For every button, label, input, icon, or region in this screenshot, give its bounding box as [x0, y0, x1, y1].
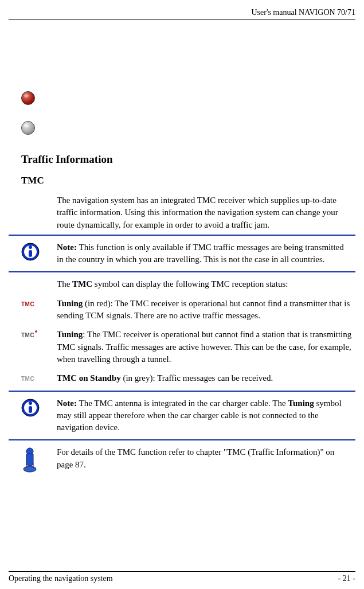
subsection-title: TMC: [21, 175, 355, 186]
note1-body: This function is only available if TMC t…: [57, 243, 344, 264]
note-icon: [9, 241, 57, 261]
tuning-red-row: TMC Tuning (in red): The TMC receiver is…: [9, 294, 355, 326]
globe-red-icon: [21, 91, 355, 105]
note2-row: Note: The TMC antenna is integrated in t…: [9, 394, 355, 438]
divider: [9, 271, 355, 272]
tmc-red-icon: TMC: [9, 298, 57, 309]
page-content: Traffic Information TMC The navigation s…: [9, 19, 355, 571]
standby-row: TMC TMC on Standby (in grey): Traffic me…: [9, 369, 355, 388]
svg-rect-2: [29, 250, 32, 257]
svg-point-9: [24, 466, 36, 472]
header-title: User's manual NAVIGON 70/71: [251, 8, 355, 17]
intro-paragraph: The navigation system has an integrated …: [57, 194, 352, 231]
details-row: For details of the TMC function refer to…: [9, 443, 355, 478]
page-footer: Operating the navigation system - 21 -: [9, 571, 355, 583]
svg-point-7: [29, 401, 32, 405]
note1-text: Note: This function is only available if…: [57, 241, 355, 266]
note-row: Note: This function is only available if…: [9, 238, 355, 270]
tuning-text: Tuning: The TMC receiver is operational …: [57, 329, 355, 365]
svg-point-3: [29, 245, 32, 249]
details-text: For details of the TMC function refer to…: [57, 446, 355, 471]
tmc-standby-icon: TMC: [9, 372, 57, 383]
divider: [9, 235, 355, 236]
footer-left: Operating the navigation system: [9, 574, 113, 583]
svg-rect-6: [29, 406, 32, 413]
tmc-intro-text: The TMC symbol can display the following…: [57, 278, 355, 290]
tmc-tuning-icon: TMC: [9, 329, 57, 340]
divider: [9, 391, 355, 392]
globe-grey-icon: [21, 121, 355, 135]
tuning-red-text: Tuning (in red): The TMC receiver is ope…: [57, 298, 355, 322]
tuning-row: TMC Tuning: The TMC receiver is operatio…: [9, 325, 355, 369]
note-label: Note:: [57, 243, 77, 252]
note2-text: Note: The TMC antenna is integrated in t…: [57, 397, 355, 434]
tmc-intro-row: The TMC symbol can display the following…: [9, 275, 355, 294]
footer-right: - 21 -: [338, 574, 355, 583]
section-title: Traffic Information: [21, 153, 355, 166]
standby-text: TMC on Standby (in grey): Traffic messag…: [57, 372, 355, 384]
divider: [9, 439, 355, 440]
info-figure-icon: [9, 446, 57, 475]
page-header: User's manual NAVIGON 70/71: [9, 7, 355, 19]
note-icon: [9, 397, 57, 417]
